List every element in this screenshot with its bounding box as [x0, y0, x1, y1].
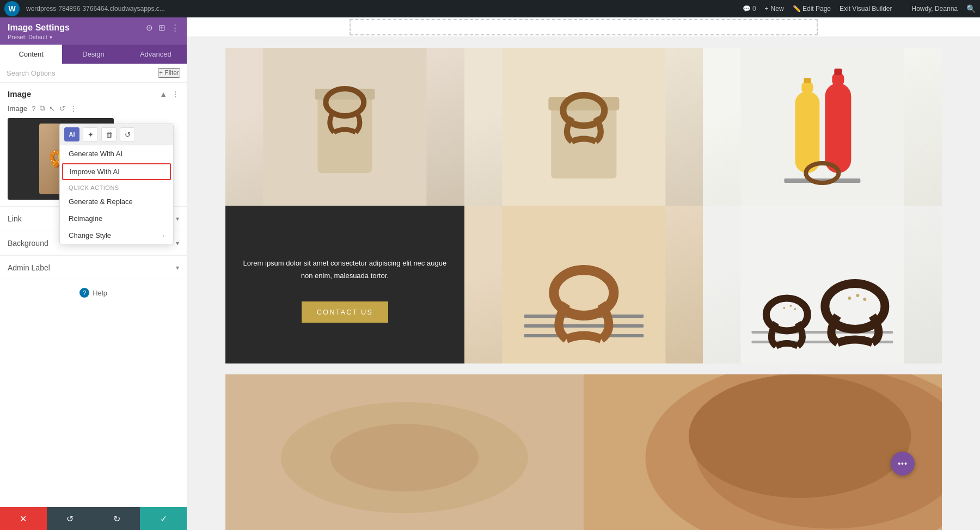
quick-actions-label: Quick Actions [60, 181, 173, 193]
svg-point-30 [848, 297, 852, 300]
sidebar: Image Settings ⊙ ⊞ ⋮ Preset: Default ▾ C… [0, 17, 187, 530]
new-button[interactable]: + New [765, 5, 784, 13]
fab-button[interactable]: ••• [891, 452, 915, 476]
preset-arrow-icon: ▾ [50, 34, 52, 40]
sidebar-preset[interactable]: Preset: Default ▾ [8, 34, 179, 40]
comment-icon[interactable]: 💬 0 [743, 5, 756, 13]
wp-logo: W [4, 1, 20, 16]
image-section-icons: ▲ ⋮ [160, 90, 179, 98]
undo-icon: ↺ [66, 514, 74, 524]
help-section: ? Help [0, 280, 187, 305]
photo-cell-2[interactable] [464, 48, 703, 206]
admin-label-header[interactable]: Admin Label ▾ [8, 263, 179, 272]
ai-button[interactable]: AI [64, 127, 79, 141]
undo-button[interactable]: ↺ [47, 507, 94, 530]
svg-rect-19 [524, 324, 644, 328]
focus-icon[interactable]: ⊙ [146, 23, 153, 33]
image-control-row: Image ? ⧉ ↖ ↺ ⋮ [8, 104, 179, 113]
photo-cell-dark-pretzels[interactable] [703, 206, 942, 363]
page-topbar [187, 17, 980, 37]
save-icon: ✓ [160, 514, 167, 524]
search-icon[interactable]: 🔍 [966, 4, 976, 13]
background-collapse-icon[interactable]: ▾ [176, 239, 179, 247]
main-layout: Image Settings ⊙ ⊞ ⋮ Preset: Default ▾ C… [0, 17, 980, 530]
background-section-title: Background [8, 239, 48, 248]
topbar: W wordpress-784896-3766464.cloudwaysapps… [0, 0, 980, 17]
pretzel-image-1 [225, 48, 464, 206]
image-preview-container: 🥨 AI ✦ 🗑 ↺ [8, 118, 179, 200]
bottom-section [225, 374, 942, 521]
image-section-header[interactable]: Image ▲ ⋮ [8, 89, 179, 98]
contact-us-button[interactable]: CONTACT US [302, 301, 388, 323]
admin-label-title: Admin Label [8, 263, 50, 272]
layout-icon[interactable]: ⊞ [158, 23, 166, 33]
admin-label-section: Admin Label ▾ [0, 256, 187, 280]
sidebar-tabs: Content Design Advanced [0, 45, 187, 64]
photo-grid: Lorem ipsum dolor sit amet consectetur a… [225, 48, 942, 363]
chevron-right-icon: › [162, 232, 164, 239]
sidebar-title-row: Image Settings ⊙ ⊞ ⋮ [8, 23, 179, 33]
bottom-left-image [225, 374, 584, 530]
howdy-label: Howdy, Deanna [912, 5, 958, 13]
admin-label-collapse-icon[interactable]: ▾ [176, 264, 179, 272]
redo-button[interactable]: ↻ [94, 507, 140, 530]
pretzel-rack-image [464, 206, 703, 363]
photo-cell-bottles[interactable] [703, 48, 942, 206]
image-section: Image ▲ ⋮ Image ? ⧉ ↖ ↺ ⋮ 🥨 [0, 83, 187, 207]
text-cell: Lorem ipsum dolor sit amet consectetur a… [225, 206, 464, 363]
close-builder-button[interactable]: ✕ [0, 507, 47, 530]
page-topbar-inner [350, 19, 818, 35]
svg-rect-12 [825, 83, 852, 173]
generate-replace-item[interactable]: Generate & Replace [60, 193, 173, 210]
trash-icon: 🗑 [106, 131, 113, 139]
dark-pretzels-image [703, 206, 942, 363]
reset-icon: ↺ [125, 131, 131, 139]
reimagine-item[interactable]: Reimagine [60, 210, 173, 227]
sparkle-button[interactable]: ✦ [83, 127, 98, 141]
tab-advanced[interactable]: Advanced [125, 45, 187, 64]
image-label: Image [8, 104, 27, 113]
sidebar-title: Image Settings [8, 23, 70, 33]
svg-rect-11 [804, 78, 811, 83]
bottom-right-cell [584, 374, 942, 530]
reset-button[interactable]: ↺ [120, 127, 135, 141]
lorem-text: Lorem ipsum dolor sit amet consectetur a… [225, 246, 464, 292]
bottom-right-image [584, 374, 942, 530]
filter-button[interactable]: + Filter [158, 68, 180, 78]
svg-rect-6 [548, 97, 619, 110]
improve-with-ai-item[interactable]: Improve With AI [62, 163, 171, 180]
search-placeholder: Search Options [7, 69, 56, 77]
help-icon-small[interactable]: ? [32, 104, 35, 113]
tab-design[interactable]: Design [62, 45, 124, 64]
image-more-icon[interactable]: ⋮ [70, 104, 77, 113]
svg-point-35 [330, 424, 479, 492]
edit-page-button[interactable]: ✏️ Edit Page [793, 5, 831, 13]
link-section-title: Link [8, 214, 22, 223]
cursor-icon[interactable]: ↖ [49, 104, 55, 113]
section-more-icon[interactable]: ⋮ [171, 90, 179, 98]
pretzel-image-2 [464, 48, 703, 206]
more-icon[interactable]: ⋮ [171, 23, 179, 33]
trash-button[interactable]: 🗑 [101, 127, 117, 141]
copy-icon[interactable]: ⧉ [40, 104, 45, 113]
photo-cell-1[interactable] [225, 48, 464, 206]
photo-cell-rack[interactable] [464, 206, 703, 363]
link-collapse-icon[interactable]: ▾ [176, 215, 179, 223]
save-button[interactable]: ✓ [140, 507, 187, 530]
reset-small-icon[interactable]: ↺ [59, 104, 65, 113]
redo-icon: ↻ [113, 514, 120, 524]
dropdown-menu: AI ✦ 🗑 ↺ Generate With AI Improve With A… [59, 124, 174, 244]
change-style-item[interactable]: Change Style › [60, 227, 173, 244]
exit-visual-builder-button[interactable]: Exit Visual Builder [840, 5, 892, 13]
help-button[interactable]: ? Help [79, 288, 107, 298]
dropdown-toolbar: AI ✦ 🗑 ↺ [60, 124, 173, 145]
generate-with-ai-item[interactable]: Generate With AI [60, 145, 173, 162]
svg-point-39 [689, 374, 911, 498]
sidebar-search-bar: Search Options + Filter [0, 64, 187, 83]
collapse-icon[interactable]: ▲ [160, 90, 167, 98]
sidebar-header-icons: ⊙ ⊞ ⋮ [146, 23, 179, 33]
topbar-right: 💬 0 + New ✏️ Edit Page Exit Visual Build… [743, 4, 976, 13]
sidebar-header: Image Settings ⊙ ⊞ ⋮ Preset: Default ▾ [0, 17, 187, 45]
close-icon: ✕ [20, 514, 27, 524]
tab-content[interactable]: Content [0, 45, 62, 64]
